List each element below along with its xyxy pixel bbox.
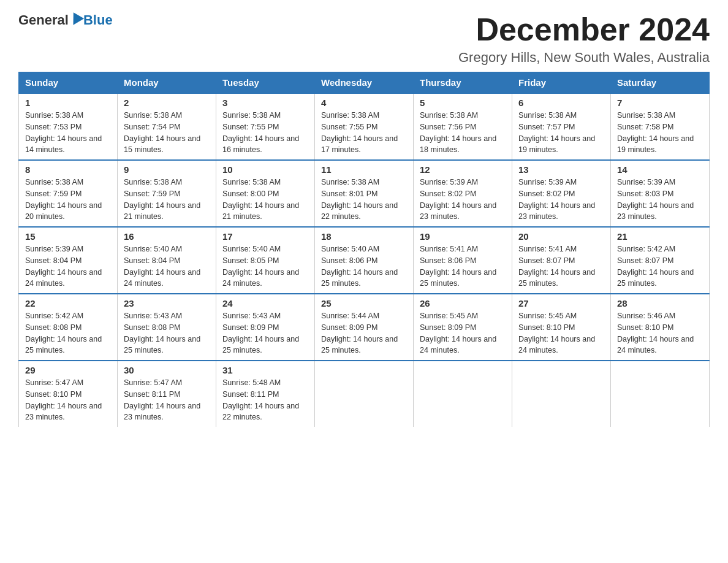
day-number: 28 [617, 298, 703, 308]
header-tuesday: Tuesday [216, 72, 315, 94]
day-number: 1 [25, 98, 111, 108]
day-cell-28: 28 Sunrise: 5:46 AM Sunset: 8:10 PM Dayl… [611, 294, 710, 361]
day-number: 19 [420, 231, 506, 242]
day-number: 18 [321, 231, 407, 242]
day-info: Sunrise: 5:47 AM Sunset: 8:10 PM Dayligh… [25, 377, 111, 423]
logo-triangle-icon [68, 12, 84, 28]
day-number: 31 [222, 365, 308, 375]
header-sunday: Sunday [19, 72, 118, 94]
day-cell-8: 8 Sunrise: 5:38 AM Sunset: 7:59 PM Dayli… [19, 160, 118, 227]
day-info: Sunrise: 5:39 AM Sunset: 8:04 PM Dayligh… [25, 243, 111, 289]
day-info: Sunrise: 5:38 AM Sunset: 7:59 PM Dayligh… [124, 177, 210, 223]
logo-blue-text: Blue [83, 12, 113, 28]
logo-general-text: General [18, 12, 69, 28]
day-number: 29 [25, 365, 111, 375]
day-number: 13 [518, 164, 604, 175]
day-cell-1: 1 Sunrise: 5:38 AM Sunset: 7:53 PM Dayli… [19, 93, 118, 160]
day-info: Sunrise: 5:38 AM Sunset: 7:58 PM Dayligh… [617, 110, 703, 156]
day-info: Sunrise: 5:38 AM Sunset: 8:01 PM Dayligh… [321, 177, 407, 223]
day-number: 10 [222, 164, 308, 175]
day-info: Sunrise: 5:38 AM Sunset: 7:56 PM Dayligh… [420, 110, 506, 156]
day-cell-30: 30 Sunrise: 5:47 AM Sunset: 8:11 PM Dayl… [118, 361, 216, 427]
day-cell-4: 4 Sunrise: 5:38 AM Sunset: 7:55 PM Dayli… [315, 93, 414, 160]
day-info: Sunrise: 5:43 AM Sunset: 8:08 PM Dayligh… [124, 310, 210, 356]
day-cell-21: 21 Sunrise: 5:42 AM Sunset: 8:07 PM Dayl… [611, 227, 710, 294]
day-cell-27: 27 Sunrise: 5:45 AM Sunset: 8:10 PM Dayl… [512, 294, 611, 361]
day-info: Sunrise: 5:44 AM Sunset: 8:09 PM Dayligh… [321, 310, 407, 356]
day-info: Sunrise: 5:39 AM Sunset: 8:02 PM Dayligh… [518, 177, 604, 223]
empty-cell [414, 361, 512, 427]
month-title: December 2024 [458, 12, 710, 47]
day-info: Sunrise: 5:38 AM Sunset: 7:55 PM Dayligh… [222, 110, 308, 156]
day-number: 15 [25, 231, 111, 242]
day-info: Sunrise: 5:41 AM Sunset: 8:06 PM Dayligh… [420, 243, 506, 289]
page-header: General Blue December 2024 Gregory Hills… [18, 12, 710, 66]
day-number: 12 [420, 164, 506, 175]
day-number: 17 [222, 231, 308, 242]
day-number: 3 [222, 98, 308, 108]
day-number: 25 [321, 298, 407, 308]
day-cell-3: 3 Sunrise: 5:38 AM Sunset: 7:55 PM Dayli… [216, 93, 315, 160]
day-cell-16: 16 Sunrise: 5:40 AM Sunset: 8:04 PM Dayl… [118, 227, 216, 294]
header-friday: Friday [512, 72, 611, 94]
day-info: Sunrise: 5:38 AM Sunset: 7:57 PM Dayligh… [518, 110, 604, 156]
day-cell-19: 19 Sunrise: 5:41 AM Sunset: 8:06 PM Dayl… [414, 227, 512, 294]
title-section: December 2024 Gregory Hills, New South W… [458, 12, 710, 66]
day-number: 2 [124, 98, 210, 108]
day-cell-17: 17 Sunrise: 5:40 AM Sunset: 8:05 PM Dayl… [216, 227, 315, 294]
day-info: Sunrise: 5:40 AM Sunset: 8:05 PM Dayligh… [222, 243, 308, 289]
day-info: Sunrise: 5:38 AM Sunset: 8:00 PM Dayligh… [222, 177, 308, 223]
day-cell-22: 22 Sunrise: 5:42 AM Sunset: 8:08 PM Dayl… [19, 294, 118, 361]
header-thursday: Thursday [414, 72, 512, 94]
day-info: Sunrise: 5:46 AM Sunset: 8:10 PM Dayligh… [617, 310, 703, 356]
header-saturday: Saturday [611, 72, 710, 94]
header-monday: Monday [118, 72, 216, 94]
day-info: Sunrise: 5:40 AM Sunset: 8:06 PM Dayligh… [321, 243, 407, 289]
calendar-header-row: Sunday Monday Tuesday Wednesday Thursday… [19, 72, 710, 94]
header-wednesday: Wednesday [315, 72, 414, 94]
day-number: 16 [124, 231, 210, 242]
day-info: Sunrise: 5:39 AM Sunset: 8:03 PM Dayligh… [617, 177, 703, 223]
day-cell-14: 14 Sunrise: 5:39 AM Sunset: 8:03 PM Dayl… [611, 160, 710, 227]
day-number: 4 [321, 98, 407, 108]
day-number: 11 [321, 164, 407, 175]
day-cell-25: 25 Sunrise: 5:44 AM Sunset: 8:09 PM Dayl… [315, 294, 414, 361]
day-info: Sunrise: 5:41 AM Sunset: 8:07 PM Dayligh… [518, 243, 604, 289]
day-info: Sunrise: 5:38 AM Sunset: 7:53 PM Dayligh… [25, 110, 111, 156]
day-info: Sunrise: 5:39 AM Sunset: 8:02 PM Dayligh… [420, 177, 506, 223]
day-number: 30 [124, 365, 210, 375]
day-cell-7: 7 Sunrise: 5:38 AM Sunset: 7:58 PM Dayli… [611, 93, 710, 160]
day-info: Sunrise: 5:45 AM Sunset: 8:09 PM Dayligh… [420, 310, 506, 356]
day-number: 5 [420, 98, 506, 108]
day-cell-29: 29 Sunrise: 5:47 AM Sunset: 8:10 PM Dayl… [19, 361, 118, 427]
empty-cell [315, 361, 414, 427]
day-info: Sunrise: 5:43 AM Sunset: 8:09 PM Dayligh… [222, 310, 308, 356]
logo: General Blue [18, 12, 113, 28]
day-number: 23 [124, 298, 210, 308]
calendar-week-2: 8 Sunrise: 5:38 AM Sunset: 7:59 PM Dayli… [19, 160, 710, 227]
day-cell-23: 23 Sunrise: 5:43 AM Sunset: 8:08 PM Dayl… [118, 294, 216, 361]
day-cell-12: 12 Sunrise: 5:39 AM Sunset: 8:02 PM Dayl… [414, 160, 512, 227]
day-cell-11: 11 Sunrise: 5:38 AM Sunset: 8:01 PM Dayl… [315, 160, 414, 227]
day-info: Sunrise: 5:40 AM Sunset: 8:04 PM Dayligh… [124, 243, 210, 289]
day-cell-10: 10 Sunrise: 5:38 AM Sunset: 8:00 PM Dayl… [216, 160, 315, 227]
day-cell-2: 2 Sunrise: 5:38 AM Sunset: 7:54 PM Dayli… [118, 93, 216, 160]
day-cell-31: 31 Sunrise: 5:48 AM Sunset: 8:11 PM Dayl… [216, 361, 315, 427]
day-number: 14 [617, 164, 703, 175]
empty-cell [512, 361, 611, 427]
day-number: 6 [518, 98, 604, 108]
location-text: Gregory Hills, New South Wales, Australi… [458, 50, 710, 66]
calendar-week-5: 29 Sunrise: 5:47 AM Sunset: 8:10 PM Dayl… [19, 361, 710, 427]
day-cell-24: 24 Sunrise: 5:43 AM Sunset: 8:09 PM Dayl… [216, 294, 315, 361]
calendar-week-4: 22 Sunrise: 5:42 AM Sunset: 8:08 PM Dayl… [19, 294, 710, 361]
day-cell-5: 5 Sunrise: 5:38 AM Sunset: 7:56 PM Dayli… [414, 93, 512, 160]
calendar-table: Sunday Monday Tuesday Wednesday Thursday… [18, 72, 710, 427]
day-info: Sunrise: 5:42 AM Sunset: 8:08 PM Dayligh… [25, 310, 111, 356]
day-cell-6: 6 Sunrise: 5:38 AM Sunset: 7:57 PM Dayli… [512, 93, 611, 160]
day-number: 26 [420, 298, 506, 308]
day-info: Sunrise: 5:47 AM Sunset: 8:11 PM Dayligh… [124, 377, 210, 423]
day-number: 7 [617, 98, 703, 108]
day-number: 20 [518, 231, 604, 242]
day-info: Sunrise: 5:38 AM Sunset: 7:59 PM Dayligh… [25, 177, 111, 223]
day-number: 27 [518, 298, 604, 308]
